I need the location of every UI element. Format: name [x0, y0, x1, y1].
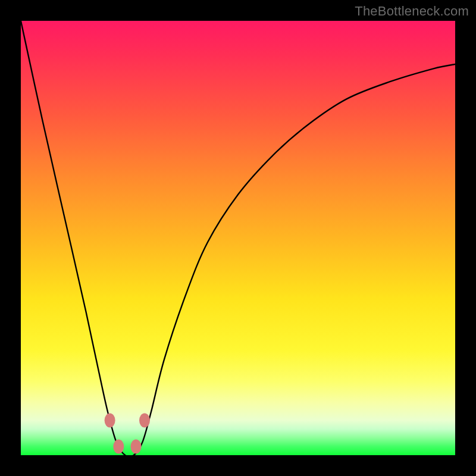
marker-right-upper: [139, 414, 150, 428]
bottleneck-curve: [21, 21, 455, 455]
marker-left-lower: [113, 439, 124, 453]
marker-right-lower: [131, 439, 142, 453]
marker-left-upper: [105, 414, 115, 428]
markers: [105, 414, 150, 454]
chart-frame: TheBottleneck.com: [0, 0, 476, 476]
curve-svg: [21, 21, 455, 455]
watermark-text: TheBottleneck.com: [355, 4, 469, 19]
plot-area: [21, 21, 455, 455]
